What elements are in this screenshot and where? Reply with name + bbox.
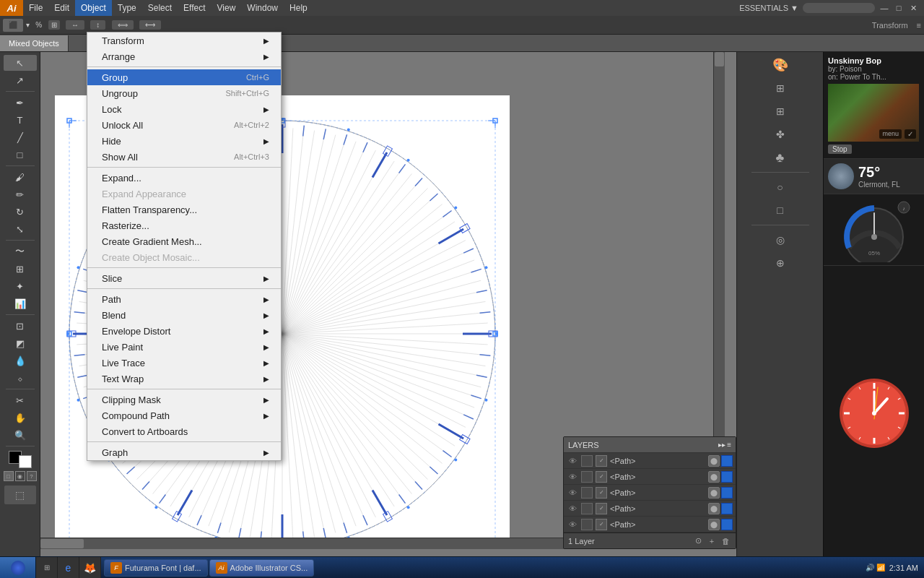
menu-mosaic-label: Create Object Mosaic... — [102, 252, 200, 263]
menu-ungroup[interactable]: Ungroup Shift+Ctrl+G — [87, 85, 281, 101]
menu-clipping-mask-arrow: ▶ — [263, 396, 269, 404]
menu-text-wrap[interactable]: Text Wrap ▶ — [87, 371, 281, 387]
essentials-dropdown[interactable]: ESSENTIALS ▼ — [739, 4, 798, 12]
menu-compound-path-label: Compound Path — [102, 410, 170, 421]
menu-show-all-label: Show All — [102, 152, 138, 163]
menu-unlock-all-label: Unlock All — [102, 120, 143, 131]
menu-envelope-arrow: ▶ — [263, 327, 269, 335]
menu-effect[interactable]: Effect — [178, 0, 211, 16]
menu-transform-label: Transform — [102, 35, 144, 46]
menu-window[interactable]: Window — [241, 0, 284, 16]
menu-convert-artboards[interactable]: Convert to Artboards — [87, 423, 281, 439]
menu-slice[interactable]: Slice ▶ — [87, 270, 281, 286]
menu-live-paint[interactable]: Live Paint ▶ — [87, 339, 281, 355]
menu-graph-label: Graph — [102, 447, 128, 458]
menu-transform-arrow: ▶ — [263, 37, 269, 45]
menu-arrange-arrow: ▶ — [263, 53, 269, 61]
menu-create-gradient-mesh[interactable]: Create Gradient Mesh... — [87, 233, 281, 249]
menu-help[interactable]: Help — [284, 0, 313, 16]
menu-live-paint-label: Live Paint — [102, 342, 143, 353]
menu-file[interactable]: File — [23, 0, 48, 16]
menu-sep-6 — [87, 441, 281, 442]
menu-transform[interactable]: Transform ▶ — [87, 33, 281, 48]
menu-object[interactable]: Object — [75, 0, 112, 16]
menu-live-trace-label: Live Trace — [102, 358, 145, 368]
menu-blend[interactable]: Blend ▶ — [87, 307, 281, 323]
menu-text-wrap-arrow: ▶ — [263, 375, 269, 383]
menubar-right: ESSENTIALS ▼ — □ ✕ — [739, 3, 924, 13]
menu-hide-arrow: ▶ — [263, 137, 269, 145]
menu-arrange[interactable]: Arrange ▶ — [87, 48, 281, 64]
menu-unlock-all[interactable]: Unlock All Alt+Ctrl+2 — [87, 117, 281, 133]
menu-compound-path-arrow: ▶ — [263, 412, 269, 420]
menu-ungroup-shortcut: Shift+Ctrl+G — [225, 89, 269, 98]
menu-sep-3 — [87, 267, 281, 268]
menu-clipping-mask[interactable]: Clipping Mask ▶ — [87, 392, 281, 407]
menu-hide-label: Hide — [102, 136, 121, 147]
menu-sep-2 — [87, 167, 281, 168]
menu-expand-label: Expand... — [102, 173, 141, 184]
object-menu: Transform ▶ Arrange ▶ Group Ctrl+G Ungro… — [87, 32, 282, 461]
search-box[interactable] — [803, 3, 875, 13]
menu-type[interactable]: Type — [112, 0, 142, 16]
menu-expand-appearance-label: Expand Appearance — [102, 189, 186, 199]
menu-group[interactable]: Group Ctrl+G — [87, 69, 281, 85]
app-logo: Ai — [0, 0, 23, 16]
menu-envelope-label: Envelope Distort — [102, 326, 170, 337]
menu-rasterize[interactable]: Rasterize... — [87, 217, 281, 233]
menu-compound-path[interactable]: Compound Path ▶ — [87, 407, 281, 423]
menu-path[interactable]: Path ▶ — [87, 291, 281, 307]
menu-show-all[interactable]: Show All Alt+Ctrl+3 — [87, 149, 281, 165]
menu-lock[interactable]: Lock ▶ — [87, 101, 281, 117]
menu-clipping-mask-label: Clipping Mask — [102, 394, 161, 405]
menu-sep-1 — [87, 66, 281, 67]
menu-blend-label: Blend — [102, 310, 126, 321]
menu-live-trace-arrow: ▶ — [263, 359, 269, 367]
menu-lock-arrow: ▶ — [263, 105, 269, 113]
dropdown-overlay: Transform ▶ Arrange ▶ Group Ctrl+G Ungro… — [0, 16, 924, 578]
menu-envelope-distort[interactable]: Envelope Distort ▶ — [87, 323, 281, 339]
close-button[interactable]: ✕ — [908, 3, 918, 13]
menu-lock-label: Lock — [102, 104, 121, 115]
menu-create-object-mosaic: Create Object Mosaic... — [87, 249, 281, 265]
menu-select[interactable]: Select — [142, 0, 178, 16]
menu-view[interactable]: View — [212, 0, 242, 16]
menu-live-trace[interactable]: Live Trace ▶ — [87, 355, 281, 371]
menu-blend-arrow: ▶ — [263, 311, 269, 319]
menu-sep-5 — [87, 389, 281, 389]
menu-group-shortcut: Ctrl+G — [246, 73, 269, 82]
menu-edit[interactable]: Edit — [48, 0, 75, 16]
menu-expand[interactable]: Expand... — [87, 170, 281, 186]
menu-slice-arrow: ▶ — [263, 275, 269, 282]
menu-group-label: Group — [102, 72, 128, 83]
menu-ungroup-label: Ungroup — [102, 88, 138, 99]
menu-flatten-transparency[interactable]: Flatten Transparency... — [87, 202, 281, 217]
menu-text-wrap-label: Text Wrap — [102, 374, 144, 384]
menu-show-all-shortcut: Alt+Ctrl+3 — [234, 152, 269, 161]
menu-bar: Ai File Edit Object Type Select Effect V… — [0, 0, 924, 16]
menu-path-label: Path — [102, 294, 121, 305]
menu-slice-label: Slice — [102, 273, 122, 284]
menu-flatten-label: Flatten Transparency... — [102, 204, 197, 215]
menu-graph-arrow: ▶ — [263, 449, 269, 457]
minimize-button[interactable]: — — [879, 3, 889, 13]
menu-gradient-mesh-label: Create Gradient Mesh... — [102, 236, 202, 247]
menu-live-paint-arrow: ▶ — [263, 343, 269, 351]
menu-rasterize-label: Rasterize... — [102, 220, 149, 231]
menu-hide[interactable]: Hide ▶ — [87, 133, 281, 149]
menu-path-arrow: ▶ — [263, 296, 269, 303]
restore-button[interactable]: □ — [894, 3, 904, 13]
menu-expand-appearance: Expand Appearance — [87, 186, 281, 202]
menu-graph[interactable]: Graph ▶ — [87, 444, 281, 460]
menu-arrange-label: Arrange — [102, 51, 135, 62]
menu-unlock-all-shortcut: Alt+Ctrl+2 — [234, 121, 269, 129]
menu-convert-artboards-label: Convert to Artboards — [102, 426, 188, 437]
menu-sep-4 — [87, 288, 281, 289]
